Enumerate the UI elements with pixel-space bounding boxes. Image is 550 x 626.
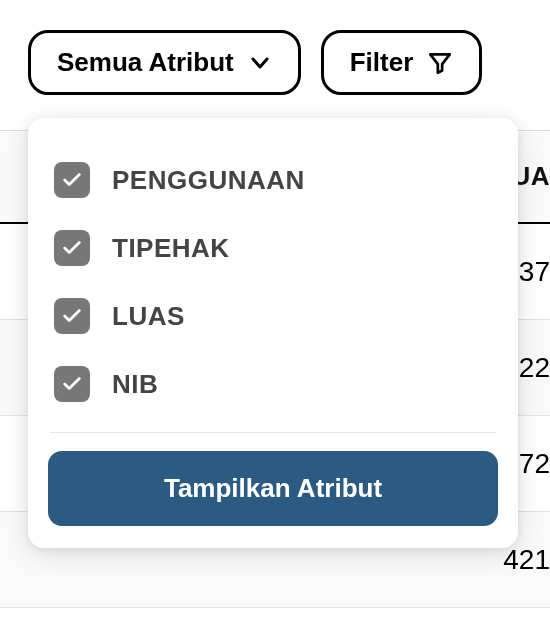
attribute-option-label: LUAS [112,301,185,332]
filter-button-label: Filter [350,47,414,78]
attribute-option-label: NIB [112,369,158,400]
check-icon [61,237,83,259]
attribute-option-nib[interactable]: NIB [48,350,498,418]
checkbox-checked[interactable] [54,230,90,266]
funnel-icon [427,50,453,76]
filter-button[interactable]: Filter [321,30,483,95]
attribute-option-label: PENGGUNAAN [112,165,305,196]
attribute-option-label: TIPEHAK [112,233,230,264]
check-icon [61,373,83,395]
check-icon [61,169,83,191]
cell-value: 72 [519,448,550,480]
attribute-option-penggunaan[interactable]: PENGGUNAAN [48,146,498,214]
toolbar: Semua Atribut Filter [0,0,550,113]
cell-value: 37 [519,256,550,288]
checkbox-checked[interactable] [54,366,90,402]
attribute-option-tipehak[interactable]: TIPEHAK [48,214,498,282]
cell-value: 22 [519,352,550,384]
checkbox-checked[interactable] [54,298,90,334]
attribute-option-luas[interactable]: LUAS [48,282,498,350]
attributes-button-label: Semua Atribut [57,47,234,78]
dropdown-divider [50,432,496,433]
chevron-down-icon [248,51,272,75]
attributes-dropdown-button[interactable]: Semua Atribut [28,30,301,95]
check-icon [61,305,83,327]
attributes-dropdown-panel: PENGGUNAAN TIPEHAK LUAS NIB Tampilkan At… [28,118,518,548]
checkbox-checked[interactable] [54,162,90,198]
apply-attributes-button[interactable]: Tampilkan Atribut [48,451,498,526]
cell-value: 421 [503,544,550,576]
